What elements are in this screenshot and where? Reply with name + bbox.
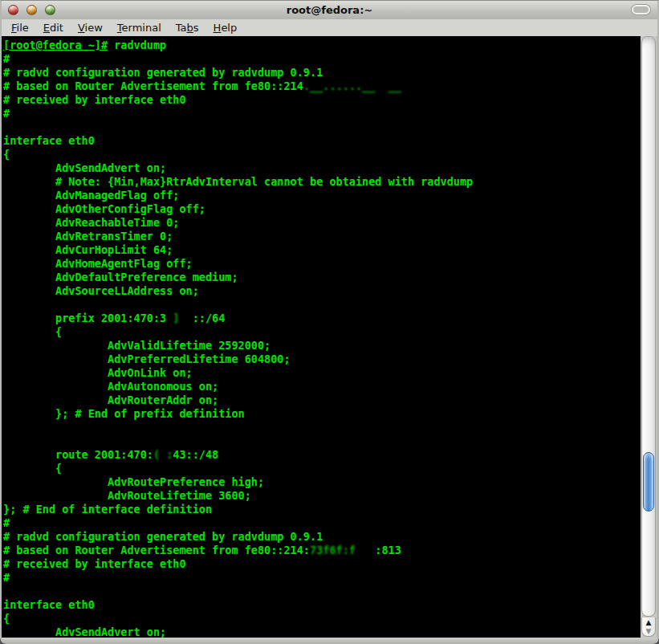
terminal-line: AdvOnLink on; bbox=[3, 366, 641, 380]
terminal-line: # bbox=[3, 571, 641, 585]
terminal-line: { bbox=[3, 325, 641, 339]
terminal-line: { bbox=[3, 148, 641, 161]
terminal-line: AdvSendAdvert on; bbox=[3, 161, 641, 175]
terminal-line: # radvd configuration generated by radvd… bbox=[3, 66, 641, 79]
terminal-line: AdvSourceLLAddress on; bbox=[3, 284, 641, 298]
terminal-line: AdvRouteLifetime 3600; bbox=[3, 489, 641, 503]
terminal-line: # radvd configuration generated by radvd… bbox=[3, 530, 641, 544]
terminal-line: AdvRetransTimer 0; bbox=[3, 230, 641, 243]
terminal-line bbox=[3, 434, 641, 448]
scrollbar-thumb[interactable] bbox=[643, 452, 654, 512]
terminal-line: # bbox=[3, 516, 641, 530]
scroll-up-icon[interactable]: ▲ bbox=[642, 618, 655, 627]
terminal-line: # based on Router Advertisement from fe8… bbox=[3, 544, 641, 557]
terminal-line: AdvSendAdvert on; bbox=[3, 626, 641, 638]
terminal-screen[interactable]: [root@fedora ~]# radvdump## radvd config… bbox=[2, 36, 641, 638]
terminal-line: prefix 2001:470:3 ] ::/64 bbox=[3, 312, 641, 325]
terminal-line: AdvCurHopLimit 64; bbox=[3, 243, 641, 257]
terminal-line: interface eth0 bbox=[3, 598, 641, 612]
menu-help[interactable]: Help bbox=[206, 21, 245, 35]
close-button[interactable] bbox=[8, 5, 18, 15]
terminal-line bbox=[3, 421, 641, 434]
terminal-line: AdvDefaultPreference medium; bbox=[3, 271, 641, 284]
menu-terminal[interactable]: Terminal bbox=[110, 21, 169, 35]
terminal-line: { bbox=[3, 462, 641, 475]
terminal-line bbox=[3, 585, 641, 598]
maximize-button[interactable] bbox=[45, 5, 55, 15]
terminal-line: AdvHomeAgentFlag off; bbox=[3, 257, 641, 271]
terminal-line: # based on Router Advertisement from fe8… bbox=[3, 79, 641, 93]
terminal-line: AdvRoutePreference high; bbox=[3, 475, 641, 489]
terminal-line: AdvReachableTime 0; bbox=[3, 216, 641, 230]
terminal-window: root@fedora:~ File Edit View Terminal Ta… bbox=[0, 0, 659, 644]
scroll-down-icon[interactable]: ▼ bbox=[642, 627, 655, 636]
scrollbar[interactable]: ▲ ▼ bbox=[641, 36, 657, 638]
window-bottom-border bbox=[0, 638, 659, 644]
menu-view[interactable]: View bbox=[71, 21, 110, 35]
terminal-line: # received by interface eth0 bbox=[3, 93, 641, 107]
menu-edit[interactable]: Edit bbox=[36, 21, 71, 35]
terminal-line: }; # End of interface definition bbox=[3, 503, 641, 516]
scrollbar-steppers: ▲ ▼ bbox=[641, 618, 656, 637]
terminal-line bbox=[3, 120, 641, 134]
titlebar[interactable]: root@fedora:~ bbox=[0, 0, 659, 19]
terminal-line: AdvValidLifetime 2592000; bbox=[3, 339, 641, 353]
terminal-line: route 2001:470:( :43::/48 bbox=[3, 448, 641, 462]
window-title: root@fedora:~ bbox=[2, 4, 657, 16]
terminal-line: interface eth0 bbox=[3, 134, 641, 148]
terminal-line: # bbox=[3, 107, 641, 120]
terminal-line: { bbox=[3, 612, 641, 626]
terminal-line: [root@fedora ~]# radvdump bbox=[3, 39, 641, 52]
terminal-line: }; # End of prefix definition bbox=[3, 407, 641, 421]
terminal-line: # received by interface eth0 bbox=[3, 557, 641, 571]
terminal-line: # bbox=[3, 52, 641, 66]
menu-file[interactable]: File bbox=[4, 21, 36, 35]
content-area: [root@fedora ~]# radvdump## radvd config… bbox=[0, 36, 659, 638]
terminal-line: AdvRouterAddr on; bbox=[3, 393, 641, 407]
window-controls bbox=[8, 5, 55, 15]
terminal-line: AdvPreferredLifetime 604800; bbox=[3, 353, 641, 366]
minimize-button[interactable] bbox=[26, 5, 37, 15]
terminal-line: AdvOtherConfigFlag off; bbox=[3, 202, 641, 216]
terminal-line bbox=[3, 298, 641, 312]
scrollbar-trough[interactable] bbox=[641, 36, 656, 617]
terminal-line: AdvManagedFlag off; bbox=[3, 189, 641, 202]
terminal-line: # Note: {Min,Max}RtrAdvInterval cannot b… bbox=[3, 175, 641, 189]
menubar: File Edit View Terminal Tabs Help bbox=[0, 19, 659, 36]
menu-tabs[interactable]: Tabs bbox=[169, 21, 206, 35]
shade-button[interactable] bbox=[632, 5, 650, 14]
terminal-line: AdvAutonomous on; bbox=[3, 380, 641, 393]
